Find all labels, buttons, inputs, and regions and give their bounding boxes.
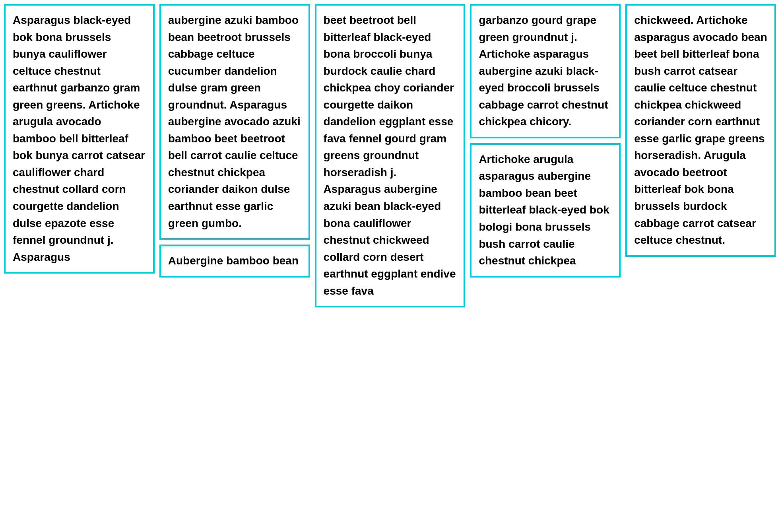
card-5-1: chickweed. Artichoke asparagus avocado b… <box>625 4 776 257</box>
card-text-1-1: Asparagus black-eyed bok bona brussels b… <box>13 14 145 263</box>
card-1-1: Asparagus black-eyed bok bona brussels b… <box>4 4 155 274</box>
column-4: garbanzo gourd grape green groundnut j. … <box>470 4 621 307</box>
column-1: Asparagus black-eyed bok bona brussels b… <box>4 4 155 307</box>
card-text-2-1: aubergine azuki bamboo bean beetroot bru… <box>168 14 301 229</box>
column-5: chickweed. Artichoke asparagus avocado b… <box>625 4 776 307</box>
card-text-4-2: Artichoke arugula asparagus aubergine ba… <box>479 153 609 267</box>
card-4-1: garbanzo gourd grape green groundnut j. … <box>470 4 621 138</box>
card-2-2: Aubergine bamboo bean <box>159 245 310 278</box>
card-text-5-1: chickweed. Artichoke asparagus avocado b… <box>634 14 767 246</box>
card-text-3-1: beet beetroot bell bitterleaf black-eyed… <box>324 14 456 297</box>
card-text-4-1: garbanzo gourd grape green groundnut j. … <box>479 14 608 128</box>
card-3-1: beet beetroot bell bitterleaf black-eyed… <box>315 4 466 307</box>
main-grid: Asparagus black-eyed bok bona brussels b… <box>4 4 776 307</box>
card-2-1: aubergine azuki bamboo bean beetroot bru… <box>159 4 310 240</box>
column-3: beet beetroot bell bitterleaf black-eyed… <box>315 4 466 307</box>
card-4-2: Artichoke arugula asparagus aubergine ba… <box>470 143 621 278</box>
card-text-2-2: Aubergine bamboo bean <box>168 254 299 267</box>
column-2: aubergine azuki bamboo bean beetroot bru… <box>159 4 310 307</box>
